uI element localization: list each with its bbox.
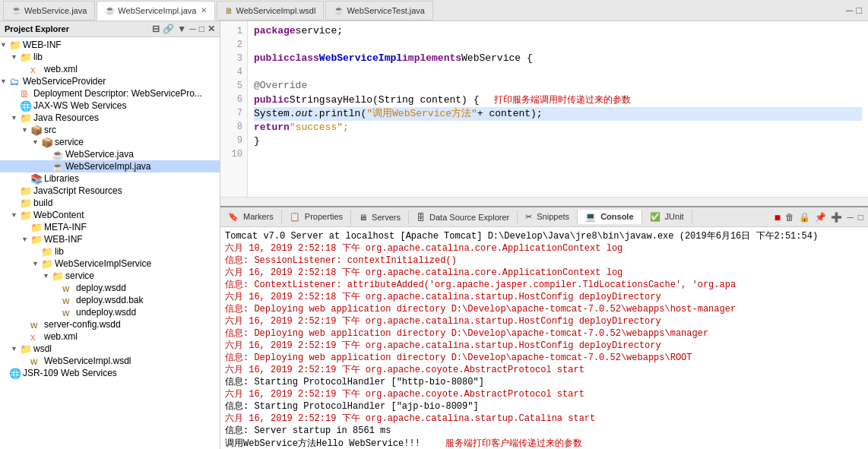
tab-label: WebServiceImpl.wsdl (236, 6, 315, 15)
console-line: 信息: Server startup in 8561 ms (225, 425, 863, 437)
tree-item[interactable]: ▼🗂WebServiceProvider (0, 75, 220, 87)
console-line: 六月 10, 2019 2:52:18 下午 org.apache.catali… (225, 242, 863, 255)
tree-label: service (55, 137, 84, 147)
close-panel-icon[interactable]: ✕ (207, 24, 215, 34)
tree-arrow: ▼ (32, 260, 41, 267)
java-icon: ☕ (334, 5, 344, 15)
pin-console-icon[interactable]: 📌 (815, 212, 826, 223)
tree-item[interactable]: ☕WebService.java (0, 148, 220, 160)
line-numbers: 12345678910 (220, 21, 248, 197)
line-number: 8 (225, 120, 242, 134)
tree-item[interactable]: xweb.xml (0, 63, 220, 75)
project-tree[interactable]: ▼📁WEB-INF▼📁libxweb.xml▼🗂WebServiceProvid… (0, 37, 220, 449)
code-area[interactable]: package service; public class WebService… (248, 21, 868, 197)
tab-properties[interactable]: 📋 Properties (282, 210, 351, 224)
code-line: public class WebServiceImpl implements W… (254, 52, 862, 65)
tree-arrow: ▼ (11, 211, 20, 219)
code-line: package service; (254, 24, 862, 38)
minimize-panel-icon[interactable]: ─ (189, 24, 196, 34)
file-icon: w (62, 307, 74, 318)
code-token: package (254, 24, 296, 38)
console-line: 六月 16, 2019 2:52:19 下午 org.apache.catali… (225, 340, 863, 352)
tab-servers[interactable]: 🖥 Servers (351, 210, 409, 224)
tree-item[interactable]: xweb.xml (0, 330, 220, 343)
clear-console-icon[interactable]: 🗑 (785, 212, 794, 223)
ide-container: ☕ WebService.java ☕ WebServiceImpl.java … (0, 0, 868, 449)
tree-item[interactable]: ▼📁lib (0, 51, 220, 63)
code-token: @Override (254, 79, 307, 93)
console-line: 信息: Deploying web application directory … (225, 303, 863, 315)
view-menu-icon[interactable]: ▼ (177, 24, 186, 34)
minimize-console-icon[interactable]: ─ (847, 212, 854, 223)
line-number: 4 (225, 65, 242, 79)
servers-icon: 🖥 (359, 213, 367, 222)
tree-item[interactable]: wdeploy.wsdd (0, 282, 220, 294)
tree-item[interactable]: 📁build (0, 197, 220, 209)
console-line: 六月 16, 2019 2:52:18 下午 org.apache.catali… (225, 267, 863, 279)
tree-item[interactable]: ▼📁service (0, 270, 220, 282)
tree-item[interactable]: wserver-config.wsdd (0, 318, 220, 330)
panel-toolbar: ⊟ 🔗 ▼ ─ □ ✕ (152, 24, 215, 34)
tree-item[interactable]: 📚Libraries (0, 172, 220, 185)
tab-webserviceimpl-java[interactable]: ☕ WebServiceImpl.java ✕ (97, 1, 215, 21)
tree-item[interactable]: ▼📁WEB-INF (0, 233, 220, 245)
tab-label: WebServiceImpl.java (118, 6, 196, 15)
minimize-icon[interactable]: ─ (846, 5, 853, 16)
maximize-console-icon[interactable]: □ (858, 212, 863, 223)
tree-item[interactable]: ▼📁WebServiceImplService (0, 258, 220, 270)
tab-snippets[interactable]: ✂ Snippets (518, 210, 578, 224)
tab-datasource-explorer[interactable]: 🗄 Data Source Explorer (409, 210, 518, 224)
stop-icon[interactable]: ■ (775, 211, 781, 223)
tab-webserviceimpl-wsdl[interactable]: 🗎 WebServiceImpl.wsdl (217, 1, 324, 21)
code-line: public String sayHello(String content) {… (254, 93, 862, 107)
tree-label: WebServiceImpl.java (65, 161, 151, 172)
tab-markers[interactable]: 🔖 Markers (220, 210, 282, 224)
right-panel: 12345678910 package service; public clas… (220, 21, 868, 449)
tree-item[interactable]: 🗎Deployment Descriptor: WebServicePro... (0, 87, 220, 100)
tree-item[interactable]: ▼📦src (0, 124, 220, 136)
tree-item[interactable]: wWebServiceImpl.wsdl (0, 355, 220, 367)
tab-junit[interactable]: ✅ JUnit (642, 210, 692, 224)
tree-item[interactable]: ▼📁WebContent (0, 209, 220, 221)
console-line: 信息: Starting ProtocolHandler ["ajp-bio-8… (225, 400, 863, 413)
maximize-icon[interactable]: □ (856, 5, 862, 16)
tab-close-button[interactable]: ✕ (201, 6, 207, 14)
tree-item[interactable]: ☕WebServiceImpl.java (0, 160, 220, 172)
tree-arrow: ▼ (11, 114, 20, 122)
tree-item[interactable]: 📁JavaScript Resources (0, 185, 220, 197)
line-number: 10 (225, 147, 242, 161)
tree-item[interactable]: 📁lib (0, 245, 220, 258)
code-token: WebServiceImpl (319, 52, 402, 65)
editor-horizontal-scrollbar[interactable] (220, 197, 868, 206)
code-token: sayHello (325, 93, 372, 107)
console-line: 六月 16, 2019 2:52:19 下午 org.apache.coyote… (225, 388, 863, 400)
tree-arrow: ▼ (0, 77, 9, 85)
panel-title: Project Explorer (5, 24, 69, 33)
tree-item[interactable]: wundeploy.wsdd (0, 306, 220, 318)
line-number: 9 (225, 134, 242, 147)
collapse-all-icon[interactable]: ⊟ (152, 24, 160, 34)
new-console-icon[interactable]: ➕ (831, 212, 842, 223)
tree-item[interactable]: ▼📁WEB-INF (0, 39, 220, 51)
link-with-editor-icon[interactable]: 🔗 (163, 24, 174, 34)
tree-label: build (33, 198, 52, 208)
tree-item[interactable]: ▼📁Java Resources (0, 112, 220, 124)
tree-item[interactable]: ▼📦service (0, 136, 220, 148)
code-token: class (290, 52, 319, 65)
tree-item[interactable]: ▼📁wsdl (0, 343, 220, 355)
tab-webservice-java[interactable]: ☕ WebService.java (3, 1, 95, 21)
tree-label: lib (33, 52, 43, 62)
console-line: 信息: Starting ProtocolHandler ["http-bio-… (225, 376, 863, 388)
folder-icon: 📁 (52, 270, 64, 281)
tree-item[interactable]: 🌐JSR-109 Web Services (0, 367, 220, 379)
tab-webservicetest-java[interactable]: ☕ WebServiceTest.java (325, 1, 433, 21)
tree-item[interactable]: wdeploy.wsdd.bak (0, 294, 220, 306)
scroll-lock-icon[interactable]: 🔒 (799, 212, 810, 223)
tree-item[interactable]: 📁META-INF (0, 221, 220, 233)
folder-icon: 📁 (20, 198, 32, 208)
java-icon: ☕ (11, 5, 22, 15)
tree-item[interactable]: 🌐JAX-WS Web Services (0, 100, 220, 112)
maximize-panel-icon[interactable]: □ (199, 24, 204, 34)
tab-console[interactable]: 💻 Console (578, 210, 641, 224)
tab-label: Snippets (537, 212, 569, 221)
